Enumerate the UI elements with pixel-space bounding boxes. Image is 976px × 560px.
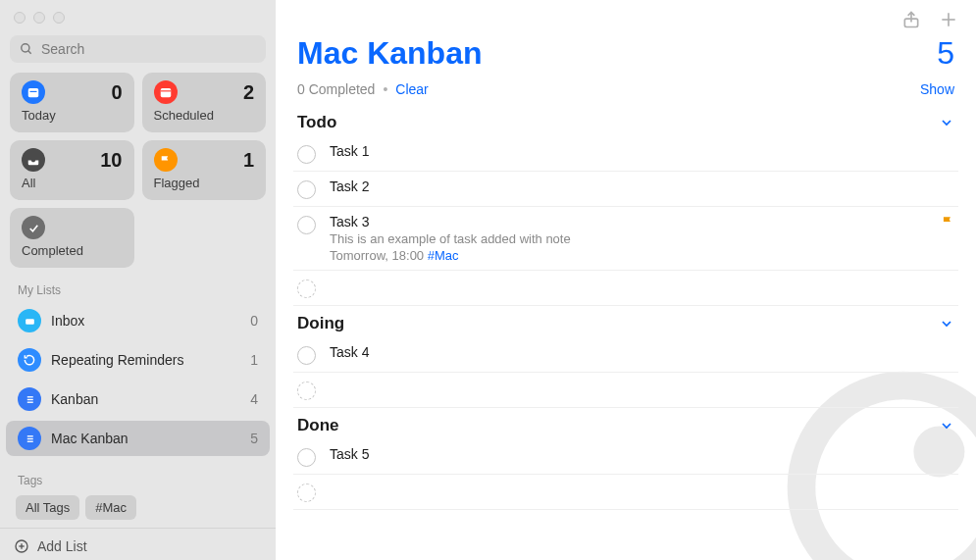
show-button[interactable]: Show (920, 81, 954, 97)
smart-all-label: All (22, 176, 123, 190)
separator: • (383, 81, 387, 97)
search-icon (20, 42, 33, 56)
list-row-kanban[interactable]: Kanban 4 (6, 382, 270, 417)
close-window[interactable] (14, 12, 26, 24)
task-row[interactable]: Task 5 (293, 439, 958, 475)
smart-today[interactable]: 0 Today (10, 73, 134, 132)
page-title: Mac Kanban (297, 35, 482, 72)
smart-flagged[interactable]: 1 Flagged (142, 140, 267, 200)
add-task-circle[interactable] (297, 484, 316, 502)
task-list-todo: Task 1 Task 2 Task 3 This is an example … (276, 136, 976, 306)
list-count: 5 (250, 431, 258, 446)
task-list-doing: Task 4 (276, 337, 976, 408)
task-row[interactable]: Task 1 (293, 136, 958, 172)
toolbar (276, 0, 976, 31)
section-title-done: Done (297, 416, 339, 435)
share-icon[interactable] (901, 10, 921, 29)
clear-button[interactable]: Clear (395, 81, 428, 97)
smart-all[interactable]: 10 All (10, 140, 134, 200)
smart-completed[interactable]: Completed (10, 208, 134, 268)
new-task-placeholder[interactable] (293, 475, 958, 510)
chevron-down-icon[interactable] (939, 316, 954, 331)
task-checkbox[interactable] (297, 216, 316, 234)
smart-scheduled[interactable]: 2 Scheduled (142, 73, 267, 132)
smart-scheduled-count: 2 (243, 81, 254, 104)
add-list-label: Add List (37, 538, 87, 554)
add-task-circle[interactable] (297, 382, 316, 400)
checkmark-icon (22, 216, 45, 239)
smart-completed-label: Completed (22, 243, 123, 258)
chevron-down-icon[interactable] (939, 418, 954, 433)
page-count: 5 (937, 35, 954, 72)
inbox-icon (18, 309, 41, 332)
list-icon (18, 427, 41, 450)
main-panel: Mac Kanban 5 0 Completed • Clear Show To… (276, 0, 976, 560)
task-checkbox[interactable] (297, 180, 316, 199)
list-icon (18, 387, 41, 411)
search-field[interactable] (10, 35, 266, 63)
task-row[interactable]: Task 4 (293, 337, 958, 373)
task-row[interactable]: Task 2 (293, 172, 958, 207)
svg-rect-3 (30, 91, 37, 92)
calendar-today-icon (22, 80, 45, 104)
new-task-placeholder[interactable] (293, 373, 958, 408)
svg-rect-6 (26, 319, 34, 324)
tags-header: Tags (0, 458, 276, 491)
tray-icon (22, 148, 45, 172)
smart-flagged-label: Flagged (154, 176, 255, 190)
task-meta: Tomorrow, 18:00 #Mac (330, 248, 954, 263)
sidebar: 0 Today 2 Scheduled (0, 0, 276, 560)
list-row-repeating[interactable]: Repeating Reminders 1 (6, 342, 270, 378)
add-task-icon[interactable] (939, 10, 958, 29)
task-title: Task 5 (330, 446, 954, 462)
list-row-mac-kanban[interactable]: Mac Kanban 5 (6, 421, 270, 456)
task-title: Task 3 (330, 214, 954, 229)
tag-mac[interactable]: #Mac (85, 495, 136, 520)
calendar-icon (154, 80, 178, 104)
new-task-placeholder[interactable] (293, 271, 958, 306)
svg-rect-2 (28, 88, 39, 97)
svg-rect-4 (160, 88, 171, 97)
list-name: Repeating Reminders (51, 352, 240, 368)
tag-all[interactable]: All Tags (16, 495, 79, 520)
task-title: Task 4 (330, 344, 954, 360)
section-title-doing: Doing (297, 314, 344, 333)
task-list-done: Task 5 (276, 439, 976, 510)
list-count: 1 (250, 352, 258, 368)
plus-circle-icon (14, 538, 29, 554)
search-input[interactable] (41, 41, 256, 57)
list-name: Mac Kanban (51, 431, 240, 446)
task-tag[interactable]: #Mac (428, 248, 459, 263)
zoom-window[interactable] (53, 12, 65, 24)
list-count: 0 (250, 313, 258, 329)
smart-today-count: 0 (111, 81, 122, 104)
svg-point-0 (22, 44, 29, 52)
task-checkbox[interactable] (297, 346, 316, 365)
tags: All Tags #Mac (0, 491, 276, 528)
completed-count: 0 Completed (297, 81, 375, 97)
smart-lists: 0 Today 2 Scheduled (0, 73, 276, 268)
flag-icon (941, 215, 954, 229)
list-name: Inbox (51, 313, 240, 329)
task-title: Task 1 (330, 143, 954, 159)
smart-all-count: 10 (100, 149, 122, 172)
smart-scheduled-label: Scheduled (154, 108, 255, 123)
task-row[interactable]: Task 3 This is an example of task added … (293, 207, 958, 271)
svg-line-1 (28, 51, 31, 54)
smart-flagged-count: 1 (243, 149, 254, 172)
minimize-window[interactable] (33, 12, 45, 24)
add-task-circle[interactable] (297, 280, 316, 298)
my-lists-header: My Lists (0, 268, 276, 301)
section-title-todo: Todo (297, 113, 336, 132)
task-note: This is an example of task added with no… (330, 231, 954, 246)
task-checkbox[interactable] (297, 145, 316, 164)
task-checkbox[interactable] (297, 448, 316, 467)
chevron-down-icon[interactable] (939, 115, 954, 130)
repeat-icon (18, 348, 41, 372)
window-controls (0, 0, 276, 29)
smart-today-label: Today (22, 108, 123, 123)
task-title: Task 2 (330, 178, 954, 194)
list-count: 4 (250, 391, 258, 407)
add-list-button[interactable]: Add List (0, 528, 276, 560)
list-row-inbox[interactable]: Inbox 0 (6, 303, 270, 338)
